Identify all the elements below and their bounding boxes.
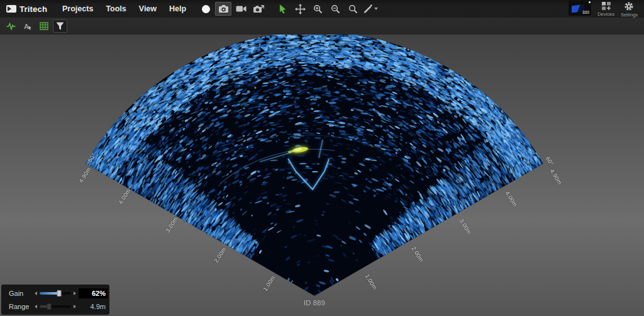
- range-value: 4.9m: [79, 302, 108, 312]
- gain-row: Gain 62%: [9, 288, 108, 298]
- measure-pen-icon: [363, 4, 373, 14]
- export-snapshot-button[interactable]: [250, 2, 267, 16]
- device-status-dot: [589, 1, 591, 3]
- zoom-reset-button[interactable]: [345, 2, 361, 16]
- gain-label: Gain: [9, 290, 32, 297]
- measure-pen-button[interactable]: [362, 2, 379, 16]
- range-row: Range 4.9m: [9, 301, 108, 312]
- devices-label: Devices: [597, 11, 614, 17]
- selection-a-icon: A: [23, 22, 32, 30]
- measure-pen-dropdown-caret[interactable]: [374, 8, 378, 10]
- filter-button[interactable]: [53, 20, 67, 33]
- zoom-reset-icon: [348, 4, 358, 14]
- menu-projects[interactable]: Projects: [56, 1, 99, 16]
- zoom-in-button[interactable]: [309, 2, 326, 16]
- sonar-id-label: ID 889: [304, 299, 325, 307]
- menu-tools[interactable]: Tools: [99, 1, 132, 16]
- gain-decrease-arrow[interactable]: [35, 291, 37, 295]
- grid-view-button[interactable]: [36, 20, 51, 33]
- app-brand: Tritech: [6, 4, 47, 14]
- gear-icon: [624, 1, 634, 11]
- range-label: Range: [9, 303, 32, 310]
- brand-name: Tritech: [19, 4, 47, 14]
- record-button[interactable]: [197, 2, 214, 16]
- cursor-arrow-icon: [279, 4, 287, 14]
- signal-activity-button[interactable]: [4, 20, 18, 33]
- settings-label: Settings: [621, 12, 638, 18]
- select-cursor-button[interactable]: [274, 2, 291, 16]
- zoom-in-icon: [313, 4, 323, 14]
- devices-icon: [601, 1, 611, 11]
- sonar-viewport: -60°4.90m4.00m3.00m2.00m1.00m60°4.90m4.0…: [0, 35, 644, 316]
- signal-activity-icon: [6, 23, 16, 30]
- sonar-fan-display[interactable]: [0, 35, 644, 316]
- settings-button[interactable]: Settings: [621, 0, 638, 18]
- menu-view[interactable]: View: [133, 1, 163, 16]
- menu-bar: Tritech Projects Tools View Help: [0, 0, 644, 18]
- tritech-logo-icon: [6, 5, 16, 13]
- zoom-out-icon: [331, 4, 340, 14]
- filter-icon: [56, 22, 64, 30]
- record-icon: [202, 5, 210, 13]
- grid-view-icon: [40, 22, 48, 30]
- range-slider-handle[interactable]: [47, 303, 52, 310]
- selection-a-button[interactable]: A: [20, 20, 35, 33]
- device-thumbnail[interactable]: 889: [569, 1, 591, 16]
- gain-increase-arrow[interactable]: [74, 291, 76, 295]
- snapshot-button[interactable]: [215, 2, 231, 16]
- secondary-toolbar: A: [0, 18, 644, 35]
- pan-move-button[interactable]: [292, 2, 308, 16]
- top-right-cluster: 889 Devices Settings: [569, 0, 640, 18]
- video-camera-icon: [236, 5, 247, 13]
- gain-slider-handle[interactable]: [57, 290, 62, 296]
- device-thumbnail-id: 889: [582, 10, 589, 14]
- toolbar: [197, 2, 379, 16]
- gain-value: 62%: [79, 288, 108, 298]
- devices-button[interactable]: Devices: [597, 0, 614, 17]
- move-arrows-icon: [295, 4, 306, 14]
- gain-slider[interactable]: [40, 292, 71, 295]
- range-decrease-arrow[interactable]: [35, 305, 37, 308]
- sonar-control-panel: Gain 62% Range 4.9m: [1, 285, 109, 315]
- camera-export-icon: [253, 5, 264, 13]
- video-record-button[interactable]: [233, 2, 249, 16]
- menu-help[interactable]: Help: [163, 1, 192, 16]
- range-slider[interactable]: [40, 305, 71, 308]
- range-increase-arrow[interactable]: [74, 305, 76, 308]
- svg-text:A: A: [24, 23, 29, 30]
- camera-icon: [218, 4, 229, 13]
- zoom-out-button[interactable]: [327, 2, 343, 16]
